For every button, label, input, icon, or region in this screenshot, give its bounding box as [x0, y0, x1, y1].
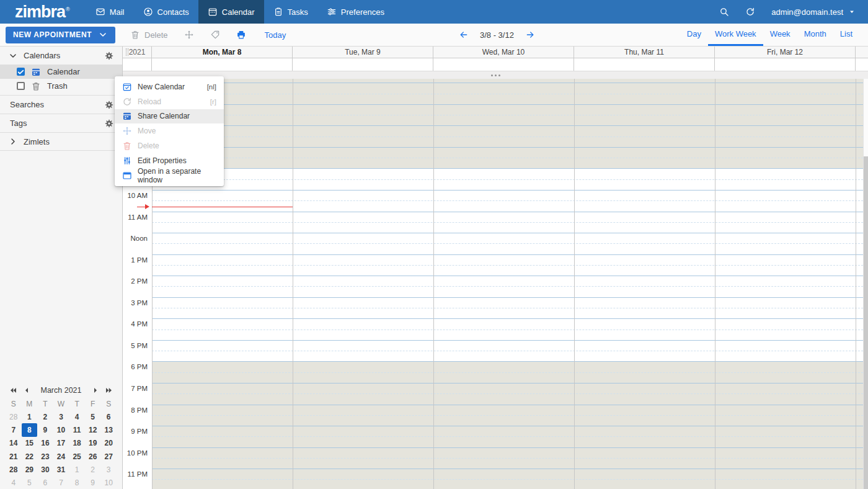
previous-month-icon[interactable]: [20, 385, 33, 395]
minical-day[interactable]: 7: [6, 423, 22, 436]
new-appointment-button[interactable]: NEW APPOINTMENT: [6, 27, 115, 43]
checkbox-trash[interactable]: [17, 82, 25, 90]
previous-year-icon[interactable]: [6, 385, 20, 395]
minical-day[interactable]: 21: [6, 450, 22, 463]
minical-day[interactable]: 1: [69, 463, 85, 476]
minical-day[interactable]: 18: [69, 437, 85, 450]
minical-day[interactable]: 19: [85, 437, 101, 450]
refresh-icon[interactable]: [745, 7, 755, 17]
minical-day[interactable]: 9: [85, 476, 101, 489]
day-header-thu-mar-11[interactable]: Thu, Mar 11: [574, 47, 715, 58]
minical-day[interactable]: 17: [53, 437, 69, 450]
allday-cell-fri-mar-12[interactable]: [715, 58, 856, 71]
minical-day[interactable]: 29: [22, 463, 38, 476]
minical-day[interactable]: 3: [100, 463, 117, 476]
menu-item-share-calendar[interactable]: Share Calendar: [115, 109, 224, 124]
day-header-wed-mar-10[interactable]: Wed, Mar 10: [433, 47, 574, 58]
calendars-section-header[interactable]: Calendars: [0, 47, 122, 65]
day-header-fri-mar-12[interactable]: Fri, Mar 12: [715, 47, 856, 58]
menu-item-edit-properties[interactable]: Edit Properties: [115, 153, 224, 168]
minical-day-selected[interactable]: 8: [22, 423, 38, 436]
minical-day[interactable]: 7: [53, 476, 69, 489]
sidebar-item-searches[interactable]: Searches: [0, 96, 122, 114]
tab-preferences[interactable]: Preferences: [317, 0, 394, 24]
allday-cell-wed-mar-10[interactable]: [433, 58, 574, 71]
minical-day[interactable]: 25: [69, 450, 85, 463]
gear-icon[interactable]: [104, 51, 114, 61]
minical-day[interactable]: 4: [6, 476, 22, 489]
day-column[interactable]: [293, 79, 434, 489]
day-column[interactable]: [434, 79, 575, 489]
day-column[interactable]: [715, 79, 856, 489]
minical-day[interactable]: 6: [100, 410, 117, 423]
menu-item-new-calendar[interactable]: New Calendar[nl]: [115, 79, 224, 94]
print-icon[interactable]: [236, 30, 246, 40]
minical-day[interactable]: 11: [69, 423, 85, 436]
minical-day[interactable]: 2: [85, 463, 101, 476]
item-label: Calendar: [47, 67, 80, 76]
minical-day[interactable]: 10: [100, 476, 117, 489]
day-header-tue-mar-9[interactable]: Tue, Mar 9: [293, 47, 433, 58]
next-year-icon[interactable]: [102, 385, 116, 395]
view-list[interactable]: List: [833, 24, 859, 46]
allday-resize-handle[interactable]: [123, 71, 868, 79]
minical-day[interactable]: 5: [85, 410, 101, 423]
sidebar-item-calendar[interactable]: Calendar: [0, 65, 122, 79]
tab-contacts[interactable]: Contacts: [134, 0, 198, 24]
day-column[interactable]: [575, 79, 715, 489]
day-header-mon-mar-8[interactable]: Mon, Mar 8: [152, 47, 293, 58]
today-button[interactable]: Today: [265, 30, 286, 40]
minical-day[interactable]: 13: [100, 423, 117, 436]
minical-day[interactable]: 4: [69, 410, 85, 423]
minical-day[interactable]: 26: [85, 450, 101, 463]
minical-day[interactable]: 6: [37, 476, 53, 489]
minical-day[interactable]: 28: [6, 410, 22, 423]
view-week[interactable]: Week: [763, 24, 797, 46]
scrollbar-thumb[interactable]: [864, 156, 868, 489]
sidebar-item-tags[interactable]: Tags: [0, 114, 122, 133]
minical-day[interactable]: 5: [22, 476, 38, 489]
allday-cell-tue-mar-9[interactable]: [293, 58, 433, 71]
minical-day[interactable]: 16: [37, 437, 53, 450]
menu-item-open-in-a-separate-window[interactable]: Open in a separate window: [115, 168, 224, 183]
chevron-down-icon[interactable]: [8, 51, 18, 61]
minical-day[interactable]: 24: [53, 450, 69, 463]
view-work-week[interactable]: Work Week: [708, 24, 763, 46]
minical-day[interactable]: 23: [37, 450, 53, 463]
next-month-icon[interactable]: [89, 385, 102, 395]
minical-day[interactable]: 30: [37, 463, 53, 476]
preferences-icon: [327, 7, 337, 17]
minical-day[interactable]: 12: [85, 423, 101, 436]
drag-handle-icon[interactable]: [126, 48, 128, 56]
next-week-arrow-icon[interactable]: [525, 30, 535, 40]
minical-day[interactable]: 9: [37, 423, 53, 436]
tab-calendar[interactable]: Calendar: [198, 0, 264, 24]
vertical-scrollbar[interactable]: [863, 79, 868, 489]
search-icon[interactable]: [719, 7, 729, 17]
tab-mail[interactable]: Mail: [86, 0, 134, 24]
checkbox-calendar[interactable]: [17, 68, 25, 76]
minical-day[interactable]: 3: [53, 410, 69, 423]
minical-day[interactable]: 10: [53, 423, 69, 436]
tab-tasks[interactable]: Tasks: [264, 0, 317, 24]
minical-day[interactable]: 28: [6, 463, 22, 476]
previous-week-arrow-icon[interactable]: [459, 30, 469, 40]
chevron-down-icon[interactable]: [98, 30, 108, 40]
minical-day[interactable]: 31: [53, 463, 69, 476]
minical-day[interactable]: 1: [22, 410, 38, 423]
minical-day[interactable]: 20: [100, 437, 117, 450]
minical-day[interactable]: 2: [37, 410, 53, 423]
minical-day[interactable]: 14: [6, 437, 22, 450]
minical-day[interactable]: 27: [100, 450, 117, 463]
sidebar-item-zimlets[interactable]: Zimlets: [0, 133, 122, 151]
minical-day[interactable]: 22: [22, 450, 38, 463]
allday-cell-thu-mar-11[interactable]: [574, 58, 715, 71]
allday-cell-mon-mar-8[interactable]: [152, 58, 293, 71]
sidebar-item-trash[interactable]: Trash: [0, 79, 122, 93]
minical-day[interactable]: 15: [22, 437, 38, 450]
view-day[interactable]: Day: [680, 24, 708, 46]
view-month[interactable]: Month: [797, 24, 833, 46]
chevron-right-icon[interactable]: [8, 137, 18, 146]
minical-day[interactable]: 8: [69, 476, 85, 489]
account-menu[interactable]: admin@domain.test: [771, 7, 857, 17]
